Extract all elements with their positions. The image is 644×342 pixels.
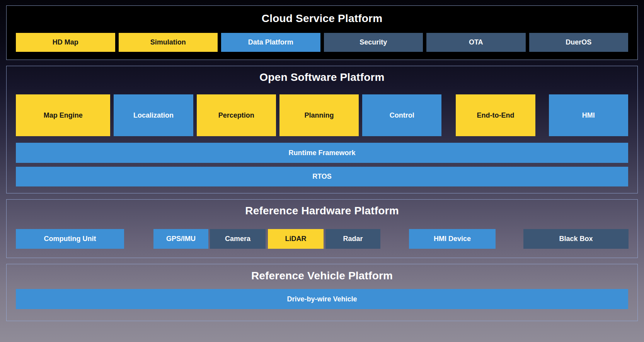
hardware-box-computing-unit: Computing Unit bbox=[16, 229, 124, 249]
software-box-end-to-end: End-to-End bbox=[456, 94, 535, 136]
cloud-box-ota: OTA bbox=[426, 33, 526, 52]
cloud-service-platform-section: Cloud Service Platform HD Map Simulation… bbox=[6, 5, 638, 60]
drive-by-wire-vehicle-bar: Drive-by-wire Vehicle bbox=[16, 289, 628, 309]
reference-hardware-platform-section: Reference Hardware Platform Computing Un… bbox=[6, 199, 638, 258]
hardware-box-radar: Radar bbox=[325, 229, 380, 249]
cloud-box-security: Security bbox=[324, 33, 423, 52]
software-box-map-engine: Map Engine bbox=[16, 94, 110, 136]
hardware-box-lidar: LiDAR bbox=[268, 229, 324, 249]
open-software-platform-section: Open Software Platform Map Engine Locali… bbox=[6, 66, 638, 193]
reference-vehicle-platform-title: Reference Vehicle Platform bbox=[7, 270, 637, 282]
reference-vehicle-platform-section: Reference Vehicle Platform Drive-by-wire… bbox=[6, 264, 638, 321]
cloud-box-simulation: Simulation bbox=[119, 33, 218, 52]
software-box-perception: Perception bbox=[197, 94, 276, 136]
rtos-bar: RTOS bbox=[16, 167, 628, 186]
software-box-hmi: HMI bbox=[549, 94, 628, 136]
cloud-box-data-platform: Data Platform bbox=[221, 33, 320, 52]
software-box-control: Control bbox=[362, 94, 441, 136]
runtime-framework-bar: Runtime Framework bbox=[16, 143, 628, 163]
hardware-box-hmi-device: HMI Device bbox=[409, 229, 496, 249]
cloud-box-dueros: DuerOS bbox=[529, 33, 629, 52]
open-software-platform-title: Open Software Platform bbox=[7, 71, 637, 84]
reference-hardware-platform-title: Reference Hardware Platform bbox=[7, 205, 637, 217]
hardware-box-camera: Camera bbox=[210, 229, 266, 249]
cloud-service-platform-title: Cloud Service Platform bbox=[7, 12, 637, 25]
hardware-items-row: Computing Unit GPS/IMU Camera LiDAR Rada… bbox=[16, 229, 628, 249]
software-box-localization: Localization bbox=[114, 94, 193, 136]
hardware-box-black-box: Black Box bbox=[523, 229, 629, 249]
hardware-box-gps-imu: GPS/IMU bbox=[153, 229, 208, 249]
software-modules-row: Map Engine Localization Perception Plann… bbox=[16, 94, 628, 136]
cloud-box-hd-map: HD Map bbox=[16, 33, 115, 52]
cloud-services-row: HD Map Simulation Data Platform Security… bbox=[16, 33, 628, 52]
software-box-planning: Planning bbox=[279, 94, 359, 136]
